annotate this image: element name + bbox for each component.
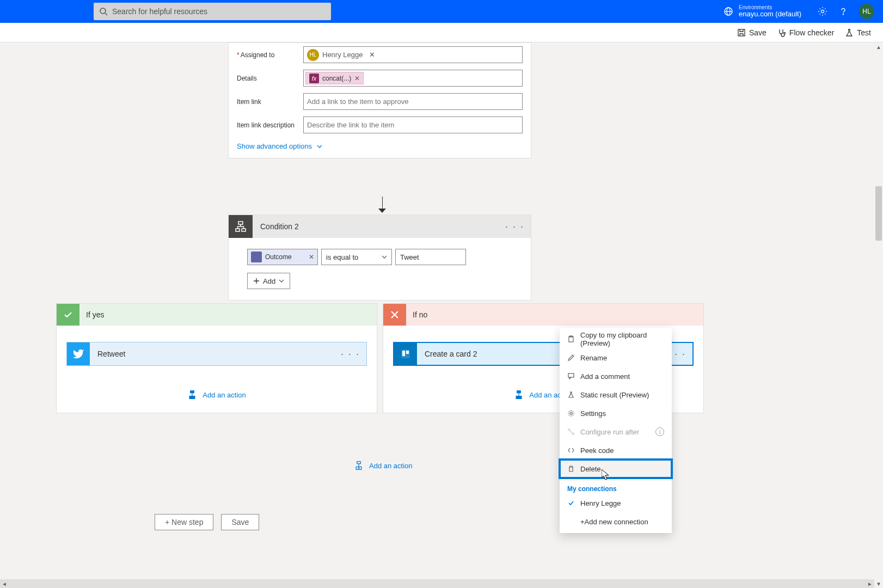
test-button[interactable]: Test — [845, 28, 871, 37]
svg-point-0 — [100, 8, 106, 14]
env-label: Environments — [739, 4, 801, 10]
env-name: enayu.com (default) — [739, 10, 801, 18]
avatar[interactable]: HL — [859, 4, 874, 19]
settings-icon[interactable] — [818, 7, 827, 16]
flow-checker-button[interactable]: Flow checker — [777, 28, 834, 37]
svg-line-1 — [105, 13, 107, 15]
environment-picker[interactable]: Environments enayu.com (default) — [723, 4, 801, 18]
environment-icon — [723, 7, 733, 16]
search-placeholder: Search for helpful resources — [112, 7, 207, 16]
search-icon — [99, 7, 108, 16]
stethoscope-icon — [777, 28, 786, 37]
save-button[interactable]: Save — [737, 28, 767, 37]
save-icon — [737, 28, 746, 37]
search-input[interactable]: Search for helpful resources — [94, 3, 331, 20]
help-icon[interactable] — [838, 7, 848, 16]
top-bar: Search for helpful resources Environment… — [0, 0, 883, 23]
svg-point-8 — [783, 32, 785, 34]
svg-point-5 — [821, 10, 824, 13]
flask-icon — [845, 28, 854, 37]
toolbar: Save Flow checker Test — [0, 23, 883, 42]
svg-rect-7 — [738, 29, 745, 36]
svg-point-6 — [843, 14, 843, 14]
